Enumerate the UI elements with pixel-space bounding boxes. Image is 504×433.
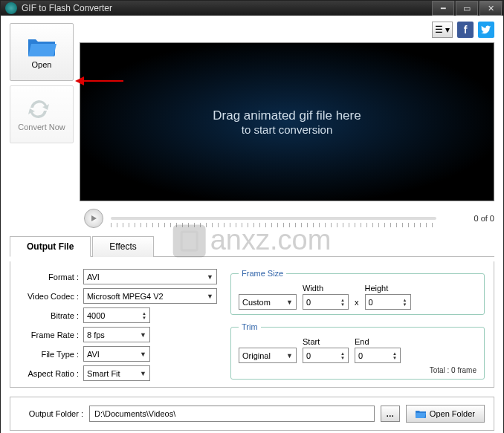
width-input[interactable]: 0▲▼: [303, 294, 349, 310]
list-view-button[interactable]: ☰ ▾: [432, 22, 453, 38]
preview-drop-area[interactable]: Drag animated gif file here to start con…: [80, 42, 494, 201]
output-folder-input[interactable]: D:\Documents\Videos\: [89, 406, 375, 422]
trim-end-input[interactable]: 0▲▼: [355, 348, 401, 363]
tab-effects[interactable]: Effects: [92, 236, 153, 257]
trim-group: Trim Original▼ Start 0▲▼ End 0▲▼: [230, 322, 485, 380]
aspect-label: Aspect Ratio :: [19, 369, 83, 378]
facebook-icon[interactable]: f: [457, 22, 474, 38]
convert-icon: [27, 97, 56, 120]
convert-now-button: Convert Now: [10, 85, 74, 143]
height-label: Height: [365, 284, 411, 293]
frame-counter: 0 of 0: [450, 214, 494, 223]
window-title: GIF to Flash Converter: [22, 3, 112, 13]
bitrate-input[interactable]: 4000▲▼: [83, 307, 150, 323]
frame-size-mode[interactable]: Custom▼: [239, 294, 297, 310]
drop-text-1: Drag animated gif file here: [213, 108, 361, 123]
width-label: Width: [303, 284, 349, 293]
folder-icon: [416, 410, 426, 418]
twitter-icon[interactable]: [478, 22, 494, 38]
frame-size-legend: Frame Size: [239, 269, 286, 278]
framerate-select[interactable]: 8 fps▼: [83, 327, 150, 342]
title-bar: GIF to Flash Converter ━ ▭ ✕: [1, 1, 503, 16]
filetype-label: File Type :: [19, 350, 83, 359]
trim-legend: Trim: [239, 322, 261, 331]
format-select[interactable]: AVI▼: [83, 269, 217, 284]
frame-size-group: Frame Size Custom▼ Width 0▲▼ x Height: [230, 269, 485, 315]
open-label: Open: [32, 60, 52, 69]
format-label: Format :: [19, 273, 83, 281]
trim-start-input[interactable]: 0▲▼: [303, 348, 349, 363]
bitrate-label: Bitrate :: [19, 311, 83, 320]
drop-text-2: to start conversion: [242, 123, 333, 136]
framerate-label: Frame Rate :: [19, 331, 83, 339]
aspect-select[interactable]: Smart Fit▼: [83, 365, 150, 381]
browse-button[interactable]: …: [381, 406, 400, 422]
app-icon: [5, 2, 17, 14]
codec-select[interactable]: Microsoft MPEG4 V2▼: [83, 288, 217, 304]
filetype-select[interactable]: AVI▼: [83, 346, 150, 362]
trim-total: Total : 0 frame: [239, 366, 476, 374]
minimize-button[interactable]: ━: [432, 1, 454, 16]
trim-mode[interactable]: Original▼: [239, 348, 297, 363]
open-folder-button[interactable]: Open Folder: [406, 405, 485, 423]
tab-output-file[interactable]: Output File: [10, 236, 91, 257]
end-label: End: [355, 337, 401, 346]
playback-slider[interactable]: [111, 217, 436, 220]
play-button[interactable]: [84, 209, 103, 228]
convert-label: Convert Now: [18, 123, 65, 131]
start-label: Start: [303, 337, 349, 346]
output-folder-label: Output Folder :: [19, 409, 83, 418]
height-input[interactable]: 0▲▼: [365, 294, 411, 310]
maximize-button[interactable]: ▭: [456, 1, 478, 16]
close-button[interactable]: ✕: [479, 1, 502, 16]
codec-label: Video Codec :: [19, 292, 83, 301]
open-button[interactable]: Open: [10, 23, 74, 81]
folder-open-icon: [27, 35, 56, 57]
